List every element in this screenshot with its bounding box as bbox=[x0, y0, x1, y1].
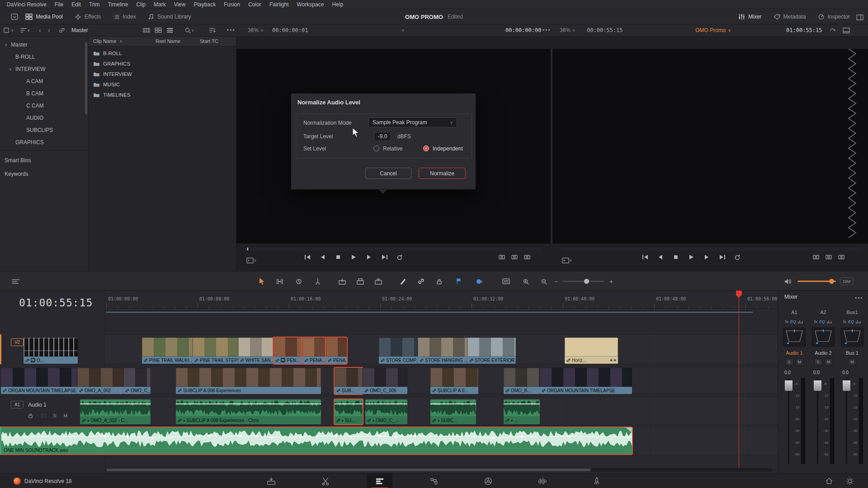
clip-pine-trail-steps[interactable]: PINE TRAIL STEPS bbox=[193, 338, 238, 364]
clip-store-exterior[interactable]: STORE EXTERIOR... bbox=[467, 338, 516, 364]
replace-clip-button[interactable] bbox=[373, 272, 384, 291]
timeline-timecode[interactable]: 01:00:55:15 bbox=[786, 24, 822, 36]
pan-control[interactable] bbox=[841, 328, 863, 347]
menu-timeline[interactable]: Timeline bbox=[104, 0, 132, 9]
mute-button[interactable]: M bbox=[848, 358, 856, 366]
menu-trim[interactable]: Trim bbox=[85, 0, 104, 9]
source-jog-bar[interactable] bbox=[245, 247, 542, 251]
page-fusion[interactable] bbox=[421, 474, 447, 488]
loop-button[interactable] bbox=[396, 253, 404, 261]
timeline-overlay-menu-icon[interactable]: ∨ bbox=[562, 254, 572, 266]
bin-item-audio[interactable]: AUDIO bbox=[0, 113, 88, 123]
relative-radio-label[interactable]: Relative bbox=[383, 145, 402, 152]
clip-white-san[interactable]: WHITE SAN... bbox=[238, 338, 274, 364]
independent-radio[interactable] bbox=[423, 145, 429, 151]
page-media[interactable] bbox=[259, 474, 284, 488]
bin-sort-menu-icon[interactable]: ∨ bbox=[20, 24, 30, 36]
clip-list-row[interactable]: TIMELINES bbox=[89, 90, 236, 100]
track-badge[interactable]: A1 bbox=[11, 401, 24, 408]
pan-control[interactable] bbox=[783, 328, 806, 347]
chevron-down-icon[interactable]: ∨ bbox=[9, 67, 15, 71]
trim-edit-tool[interactable] bbox=[274, 272, 286, 291]
toggle-mixer[interactable]: Mixer bbox=[738, 9, 761, 24]
column-header-clip-name[interactable]: Clip Name bbox=[93, 38, 116, 44]
menu-playback[interactable]: Playback bbox=[189, 0, 220, 9]
timeline-hscrollbar[interactable] bbox=[105, 468, 773, 472]
clip-omo-c[interactable]: OMO_C_... bbox=[123, 368, 151, 394]
stop-button[interactable] bbox=[672, 253, 680, 261]
timeline-ruler[interactable]: 01:00:00:0001:00:08:0001:00:16:0001:00:2… bbox=[105, 291, 778, 309]
clip-subclip-a-008-experiences[interactable]: SUBCLIP A 008 Experiences bbox=[176, 368, 321, 394]
bin-link-icon[interactable] bbox=[59, 24, 65, 36]
monitor-volume-handle[interactable] bbox=[829, 279, 834, 284]
fader-handle[interactable] bbox=[814, 380, 821, 391]
mute-button[interactable]: M bbox=[796, 358, 804, 366]
clip-pine-trail-walki[interactable]: PINE TRAIL WALKI... bbox=[142, 338, 193, 364]
toggle-metadata[interactable]: Metadata bbox=[774, 9, 806, 24]
razor-tool[interactable] bbox=[312, 272, 324, 291]
eq-label[interactable]: EQ bbox=[819, 319, 825, 324]
step-forward-button[interactable] bbox=[703, 253, 711, 261]
bin-view-menu-icon[interactable]: ∨ bbox=[4, 24, 14, 36]
subtitle-tool[interactable] bbox=[500, 272, 512, 291]
menu-fairlight[interactable]: Fairlight bbox=[265, 0, 293, 9]
timeline-jog-bar[interactable] bbox=[561, 247, 859, 251]
eq-label[interactable]: EQ bbox=[790, 319, 796, 324]
clip-omo-a-002-c[interactable]: ●OMO_A_002 - C... bbox=[80, 399, 151, 424]
flag-button[interactable] bbox=[453, 272, 465, 291]
bin-item-graphics[interactable]: GRAPHICS bbox=[0, 137, 88, 148]
target-level-input[interactable]: -9.0 bbox=[374, 132, 391, 141]
toggle-effects[interactable]: Effects bbox=[75, 9, 101, 24]
page-color[interactable] bbox=[476, 474, 501, 488]
toggle-sound-library[interactable]: Sound Library bbox=[148, 9, 191, 24]
section-smart-bins[interactable]: Smart Bins bbox=[0, 155, 88, 166]
play-button[interactable] bbox=[687, 253, 695, 261]
menu-workspace[interactable]: Workspace bbox=[293, 0, 328, 9]
project-manager-icon[interactable] bbox=[819, 474, 839, 488]
overwrite-clip-button[interactable] bbox=[354, 272, 366, 291]
page-fairlight[interactable] bbox=[530, 474, 555, 488]
bin-forward-button[interactable]: › bbox=[48, 24, 50, 36]
playhead-line[interactable] bbox=[739, 291, 739, 468]
mute-toggle[interactable]: M bbox=[61, 412, 70, 419]
clip-pena[interactable]: PENA... bbox=[326, 338, 347, 364]
fx-label[interactable]: fx bbox=[814, 319, 817, 324]
clip-subclip-a-0[interactable]: SUBCLIP A 0... bbox=[430, 368, 478, 394]
zoom-in-button[interactable]: + bbox=[608, 272, 615, 291]
menu-davinci-resolve[interactable]: DaVinci Resolve bbox=[3, 0, 51, 9]
insert-clip-button[interactable] bbox=[336, 272, 348, 291]
normalize-button[interactable]: Normalize bbox=[419, 168, 466, 179]
mute-button[interactable]: M bbox=[825, 358, 833, 366]
clip-store-hanging[interactable]: STORE HANGING ... bbox=[418, 338, 467, 364]
match-frame-icon[interactable] bbox=[511, 254, 518, 260]
source-timecode[interactable]: 00:00:00:00 bbox=[505, 24, 541, 36]
timeline-view-options-icon[interactable] bbox=[9, 272, 23, 291]
bin-item-c-cam[interactable]: C CAM bbox=[0, 100, 88, 111]
clip-pen[interactable]: fxPEN... bbox=[274, 338, 302, 364]
volume-line[interactable] bbox=[504, 404, 540, 404]
track-badge[interactable]: V2 bbox=[11, 338, 24, 346]
audio-monitor-icon[interactable] bbox=[783, 272, 793, 291]
fader-track[interactable] bbox=[788, 378, 789, 464]
page-deliver[interactable] bbox=[584, 474, 609, 488]
monitor-volume-slider[interactable] bbox=[797, 281, 836, 282]
fader-track[interactable] bbox=[846, 378, 847, 464]
match-frame-icon[interactable] bbox=[826, 254, 832, 260]
clip-[interactable]: ●... bbox=[504, 399, 540, 424]
toggle-media-pool[interactable]: Media Pool bbox=[25, 9, 63, 24]
bin-root-master[interactable]: ∨Master bbox=[0, 39, 88, 50]
volume-line[interactable] bbox=[176, 404, 321, 404]
column-header-reel-name[interactable]: Reel Name bbox=[156, 38, 180, 44]
menu-file[interactable]: File bbox=[51, 0, 67, 9]
normalization-mode-dropdown[interactable]: Sample Peak Program∨ bbox=[368, 117, 457, 127]
chevron-down-icon[interactable]: ∨ bbox=[5, 42, 11, 47]
menu-help[interactable]: Help bbox=[328, 0, 347, 9]
volume-line[interactable] bbox=[365, 404, 407, 404]
channel-fx-row[interactable]: fxEQ bbox=[810, 319, 837, 324]
viewer-mode-icon[interactable] bbox=[843, 24, 850, 36]
skip-back-button[interactable] bbox=[303, 253, 311, 261]
camera-icon[interactable] bbox=[813, 254, 819, 260]
clip-one-min-soundtrack-wav[interactable]: ONE MIN SOUNDTRACK.wav bbox=[1, 427, 632, 454]
marker-chevron-icon[interactable]: ∨ bbox=[480, 279, 483, 284]
volume-automation[interactable] bbox=[1, 431, 632, 449]
